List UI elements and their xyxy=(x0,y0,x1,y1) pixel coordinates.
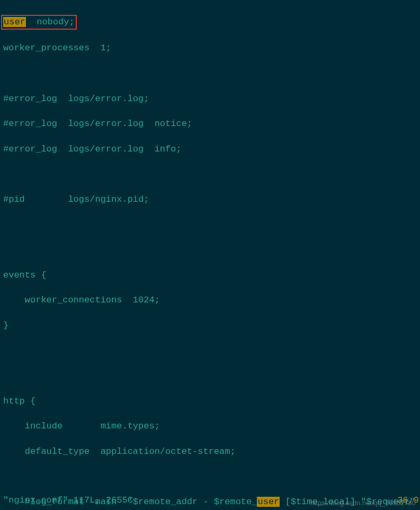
code-line xyxy=(3,67,417,80)
code-line xyxy=(3,470,417,483)
code-line: } xyxy=(3,319,417,332)
code-line xyxy=(3,219,417,231)
code-line: events { xyxy=(3,269,417,282)
highlight-box: user nobody; xyxy=(1,15,77,30)
code-text: nobody; xyxy=(26,17,75,27)
code-line xyxy=(3,345,417,357)
code-line: #error_log logs/error.log info; xyxy=(3,143,417,156)
editor-area[interactable]: user nobody; worker_processes 1; #error_… xyxy=(0,0,420,510)
code-line xyxy=(3,370,417,382)
code-line: #error_log logs/error.log; xyxy=(3,93,417,105)
code-line: worker_connections 1024; xyxy=(3,294,417,307)
watermark-text: https://blog.csdn.net/qq_36852780 xyxy=(310,498,416,508)
code-line: http { xyxy=(3,395,417,408)
status-file-info: "nginx.conf" 117L, 2655C xyxy=(3,495,133,505)
code-line: user nobody; xyxy=(3,15,417,30)
code-line: worker_processes 1; xyxy=(3,42,417,55)
code-line: #error_log logs/error.log notice; xyxy=(3,118,417,130)
code-line: default_type application/octet-stream; xyxy=(3,445,417,458)
code-line xyxy=(3,168,417,181)
code-line: #pid logs/nginx.pid; xyxy=(3,193,417,206)
code-line: include mime.types; xyxy=(3,420,417,433)
code-line xyxy=(3,244,417,256)
search-highlight: user xyxy=(3,17,26,27)
